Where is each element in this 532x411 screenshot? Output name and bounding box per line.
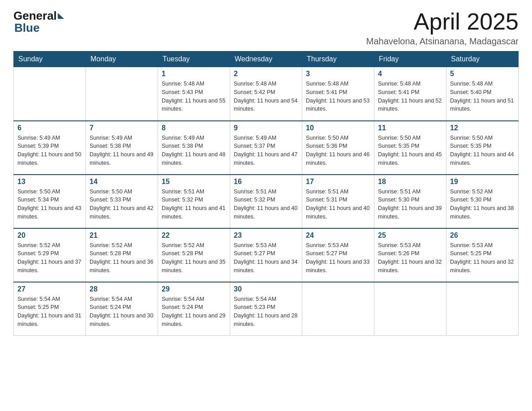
- calendar-header-thursday: Thursday: [302, 51, 374, 67]
- calendar-cell: 11Sunrise: 5:50 AMSunset: 5:35 PMDayligh…: [374, 121, 446, 175]
- calendar-header-friday: Friday: [374, 51, 446, 67]
- calendar-cell: 2Sunrise: 5:48 AMSunset: 5:42 PMDaylight…: [230, 67, 302, 121]
- month-title: April 2025: [366, 9, 519, 34]
- calendar-cell: 25Sunrise: 5:53 AMSunset: 5:26 PMDayligh…: [374, 228, 446, 282]
- calendar-cell: 26Sunrise: 5:53 AMSunset: 5:25 PMDayligh…: [446, 228, 519, 282]
- day-info: Sunrise: 5:51 AMSunset: 5:30 PMDaylight:…: [378, 188, 442, 221]
- day-number: 8: [162, 124, 226, 132]
- day-number: 19: [450, 178, 515, 186]
- calendar-cell: 14Sunrise: 5:50 AMSunset: 5:33 PMDayligh…: [86, 175, 158, 228]
- calendar-header-monday: Monday: [86, 51, 158, 67]
- day-info: Sunrise: 5:52 AMSunset: 5:30 PMDaylight:…: [450, 188, 515, 221]
- day-number: 10: [306, 124, 370, 132]
- calendar-header-wednesday: Wednesday: [230, 51, 302, 67]
- location-title: Mahavelona, Atsinanana, Madagascar: [366, 36, 519, 47]
- day-info: Sunrise: 5:48 AMSunset: 5:43 PMDaylight:…: [162, 80, 226, 113]
- day-number: 6: [17, 124, 82, 132]
- calendar-cell: 3Sunrise: 5:48 AMSunset: 5:41 PMDaylight…: [302, 67, 374, 121]
- page-header: General Blue April 2025 Mahavelona, Atsi…: [13, 9, 519, 47]
- calendar-cell: 29Sunrise: 5:54 AMSunset: 5:24 PMDayligh…: [158, 282, 230, 336]
- day-info: Sunrise: 5:48 AMSunset: 5:41 PMDaylight:…: [378, 80, 442, 113]
- day-number: 15: [162, 178, 226, 186]
- day-number: 9: [234, 124, 298, 132]
- day-info: Sunrise: 5:54 AMSunset: 5:24 PMDaylight:…: [90, 295, 154, 329]
- day-number: 28: [90, 285, 154, 293]
- day-number: 27: [17, 285, 82, 293]
- day-info: Sunrise: 5:54 AMSunset: 5:23 PMDaylight:…: [234, 295, 298, 329]
- calendar-cell: 13Sunrise: 5:50 AMSunset: 5:34 PMDayligh…: [14, 175, 86, 228]
- day-number: 11: [378, 124, 442, 132]
- day-number: 18: [378, 178, 442, 186]
- day-number: 3: [306, 70, 370, 78]
- day-info: Sunrise: 5:50 AMSunset: 5:35 PMDaylight:…: [450, 134, 515, 167]
- day-info: Sunrise: 5:51 AMSunset: 5:32 PMDaylight:…: [162, 188, 226, 221]
- day-number: 5: [450, 70, 515, 78]
- calendar-header-sunday: Sunday: [14, 51, 86, 67]
- calendar-cell: 27Sunrise: 5:54 AMSunset: 5:25 PMDayligh…: [14, 282, 86, 336]
- week-row-4: 20Sunrise: 5:52 AMSunset: 5:29 PMDayligh…: [14, 228, 519, 282]
- day-number: 25: [378, 231, 442, 240]
- day-info: Sunrise: 5:51 AMSunset: 5:31 PMDaylight:…: [306, 188, 370, 221]
- calendar-cell: 24Sunrise: 5:53 AMSunset: 5:27 PMDayligh…: [302, 228, 374, 282]
- calendar-cell: [374, 282, 446, 336]
- day-info: Sunrise: 5:53 AMSunset: 5:26 PMDaylight:…: [378, 241, 442, 275]
- calendar-cell: 30Sunrise: 5:54 AMSunset: 5:23 PMDayligh…: [230, 282, 302, 336]
- week-row-1: 1Sunrise: 5:48 AMSunset: 5:43 PMDaylight…: [14, 67, 519, 121]
- calendar-cell: [14, 67, 86, 121]
- day-info: Sunrise: 5:53 AMSunset: 5:25 PMDaylight:…: [450, 241, 515, 275]
- day-number: 7: [90, 124, 154, 132]
- day-info: Sunrise: 5:49 AMSunset: 5:39 PMDaylight:…: [17, 134, 82, 167]
- day-info: Sunrise: 5:52 AMSunset: 5:28 PMDaylight:…: [162, 241, 226, 275]
- logo: General Blue: [13, 9, 64, 35]
- day-info: Sunrise: 5:49 AMSunset: 5:38 PMDaylight:…: [162, 134, 226, 167]
- calendar-cell: 12Sunrise: 5:50 AMSunset: 5:35 PMDayligh…: [446, 121, 519, 175]
- day-info: Sunrise: 5:51 AMSunset: 5:32 PMDaylight:…: [234, 188, 298, 221]
- calendar-header-tuesday: Tuesday: [158, 51, 230, 67]
- day-info: Sunrise: 5:52 AMSunset: 5:28 PMDaylight:…: [90, 241, 154, 275]
- day-number: 2: [234, 70, 298, 78]
- day-number: 29: [162, 285, 226, 293]
- day-info: Sunrise: 5:50 AMSunset: 5:34 PMDaylight:…: [17, 188, 82, 221]
- day-number: 1: [162, 70, 226, 78]
- calendar-cell: 9Sunrise: 5:49 AMSunset: 5:37 PMDaylight…: [230, 121, 302, 175]
- calendar-cell: [86, 67, 158, 121]
- day-number: 12: [450, 124, 515, 132]
- week-row-3: 13Sunrise: 5:50 AMSunset: 5:34 PMDayligh…: [14, 175, 519, 228]
- day-number: 20: [17, 231, 82, 240]
- calendar-cell: 15Sunrise: 5:51 AMSunset: 5:32 PMDayligh…: [158, 175, 230, 228]
- calendar-cell: 23Sunrise: 5:53 AMSunset: 5:27 PMDayligh…: [230, 228, 302, 282]
- logo-blue-text: Blue: [14, 21, 39, 35]
- day-number: 21: [90, 231, 154, 240]
- week-row-2: 6Sunrise: 5:49 AMSunset: 5:39 PMDaylight…: [14, 121, 519, 175]
- calendar-cell: [302, 282, 374, 336]
- day-number: 26: [450, 231, 515, 240]
- calendar-cell: 19Sunrise: 5:52 AMSunset: 5:30 PMDayligh…: [446, 175, 519, 228]
- day-info: Sunrise: 5:54 AMSunset: 5:25 PMDaylight:…: [17, 295, 82, 329]
- day-info: Sunrise: 5:50 AMSunset: 5:33 PMDaylight:…: [90, 188, 154, 221]
- day-number: 17: [306, 178, 370, 186]
- calendar-cell: 1Sunrise: 5:48 AMSunset: 5:43 PMDaylight…: [158, 67, 230, 121]
- day-info: Sunrise: 5:50 AMSunset: 5:36 PMDaylight:…: [306, 134, 370, 167]
- day-info: Sunrise: 5:48 AMSunset: 5:40 PMDaylight:…: [450, 80, 515, 113]
- day-number: 24: [306, 231, 370, 240]
- day-number: 13: [17, 178, 82, 186]
- day-number: 4: [378, 70, 442, 78]
- day-info: Sunrise: 5:48 AMSunset: 5:42 PMDaylight:…: [234, 80, 298, 113]
- calendar-table: SundayMondayTuesdayWednesdayThursdayFrid…: [13, 51, 519, 336]
- calendar-cell: 5Sunrise: 5:48 AMSunset: 5:40 PMDaylight…: [446, 67, 519, 121]
- day-info: Sunrise: 5:50 AMSunset: 5:35 PMDaylight:…: [378, 134, 442, 167]
- calendar-cell: 8Sunrise: 5:49 AMSunset: 5:38 PMDaylight…: [158, 121, 230, 175]
- calendar-cell: 22Sunrise: 5:52 AMSunset: 5:28 PMDayligh…: [158, 228, 230, 282]
- day-number: 30: [234, 285, 298, 293]
- calendar-cell: 21Sunrise: 5:52 AMSunset: 5:28 PMDayligh…: [86, 228, 158, 282]
- week-row-5: 27Sunrise: 5:54 AMSunset: 5:25 PMDayligh…: [14, 282, 519, 336]
- calendar-cell: 17Sunrise: 5:51 AMSunset: 5:31 PMDayligh…: [302, 175, 374, 228]
- calendar-cell: 4Sunrise: 5:48 AMSunset: 5:41 PMDaylight…: [374, 67, 446, 121]
- calendar-cell: 7Sunrise: 5:49 AMSunset: 5:38 PMDaylight…: [86, 121, 158, 175]
- calendar-cell: 16Sunrise: 5:51 AMSunset: 5:32 PMDayligh…: [230, 175, 302, 228]
- logo-arrow-icon: [58, 13, 64, 19]
- day-number: 14: [90, 178, 154, 186]
- day-number: 22: [162, 231, 226, 240]
- day-info: Sunrise: 5:54 AMSunset: 5:24 PMDaylight:…: [162, 295, 226, 329]
- calendar-header-saturday: Saturday: [446, 51, 519, 67]
